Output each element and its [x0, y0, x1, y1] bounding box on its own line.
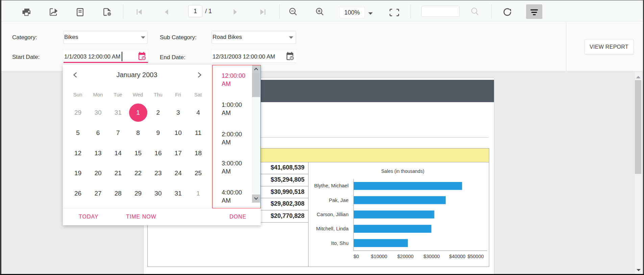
- svg-text:$0: $0: [353, 254, 359, 259]
- svg-text:Ito, Shu: Ito, Shu: [331, 240, 349, 246]
- svg-text:Sales (in thousands): Sales (in thousands): [381, 168, 424, 174]
- svg-text:Blythe, Michael: Blythe, Michael: [314, 183, 349, 188]
- svg-text:Mitchell, Linda: Mitchell, Linda: [316, 226, 349, 231]
- svg-text:$10000: $10000: [371, 254, 387, 259]
- svg-text:$40000: $40000: [449, 254, 465, 259]
- svg-text:$50000: $50000: [467, 254, 484, 259]
- svg-text:Carson, Jillian: Carson, Jillian: [317, 211, 348, 217]
- svg-text:Pak, Jae: Pak, Jae: [329, 197, 348, 203]
- svg-text:$30000: $30000: [423, 254, 440, 259]
- svg-text:$20000: $20000: [397, 254, 414, 259]
